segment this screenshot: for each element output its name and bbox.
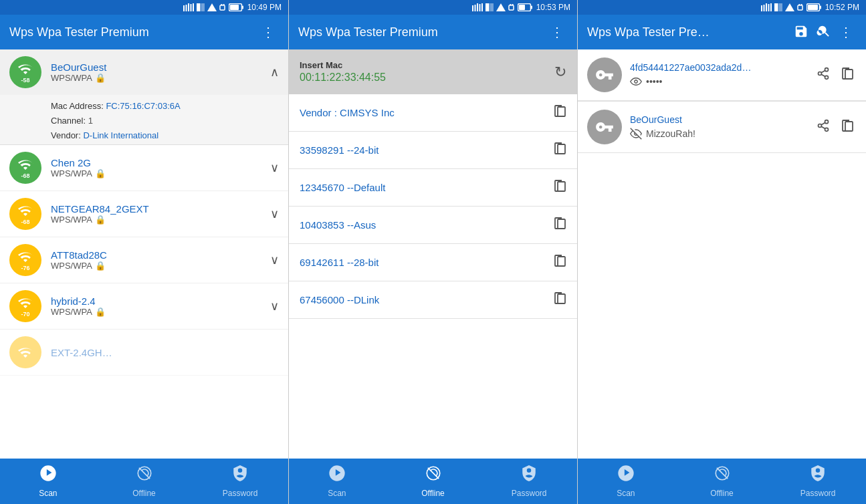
app-title-2: Wps Wpa Tester Premium [298,25,546,39]
svg-rect-15 [474,5,475,11]
lock-icon-beourguest: 🔒 [95,73,106,83]
wifi-info-chen2g: Chen 2G WPS/WPA 🔒 [51,157,270,178]
signal-val-att: -76 [21,265,29,271]
pin-text-1: 12345670 --Default [300,182,553,193]
wifi-mac: Mac Address: FC:75:16:C7:03:6A [51,99,279,114]
wifi-item-hybrid[interactable]: -70 hybrid-2.4 WPS/WPA 🔒 ∨ [0,283,288,330]
nav-scan-label-2: Scan [328,489,346,498]
offline-icon-1 [136,465,153,486]
svg-rect-2 [188,3,189,11]
copy-vendor-button[interactable] [553,104,566,122]
nav-password-label-3: Password [800,489,836,498]
pwd-name-1: BeOurGuest [630,114,806,125]
share-pwd-1-button[interactable] [814,116,833,139]
app-bar-2: Wps Wpa Tester Premium ⋮ [289,15,577,49]
nav-scan-2[interactable]: Scan [289,459,385,504]
nav-scan-3[interactable]: Scan [578,459,674,504]
svg-rect-36 [766,3,767,11]
search-button-3[interactable] [813,20,835,45]
copy-pwd-0-button[interactable] [838,64,857,87]
wifi-item-netgear[interactable]: -68 NETGEAR84_2GEXT WPS/WPA 🔒 ∨ [0,191,288,237]
nav-offline-label-3: Offline [710,489,733,498]
menu-button-2[interactable]: ⋮ [546,21,568,43]
app-title-3: Wps Wpa Tester Pre… [587,25,790,39]
svg-rect-26 [558,107,565,116]
pwd-avatar-1 [587,110,622,144]
svg-rect-17 [479,4,480,11]
lock-icon-chen2g: 🔒 [95,168,106,178]
pin-item-1[interactable]: 12345670 --Default [289,169,577,207]
pin-item-3[interactable]: 69142611 --28-bit [289,244,577,281]
copy-pwd-1-button[interactable] [838,116,857,139]
wifi-info-partial: EXT-2.4GH… [51,347,279,358]
wifi-item-chen2g[interactable]: -68 Chen 2G WPS/WPA 🔒 ∨ [0,145,288,191]
share-pwd-0-button[interactable] [814,64,833,87]
copy-pin-3-button[interactable] [553,253,566,271]
lock-icon-hybrid: 🔒 [95,307,106,317]
svg-rect-59 [845,122,853,131]
wifi-info-att: ATT8tad28C WPS/WPA 🔒 [51,249,270,271]
svg-rect-3 [190,4,191,11]
nav-password-2[interactable]: Password [481,459,577,504]
svg-rect-39 [774,3,778,11]
wifi-avatar-beourguest: -58 [9,56,41,88]
svg-rect-4 [193,3,194,11]
mac-value[interactable]: 00:11:22:33:44:55 [300,72,386,83]
signal-val-chen2g: -68 [21,172,29,179]
svg-rect-8 [220,5,225,10]
eye-crossed-icon-1 [630,128,642,140]
nav-scan-1[interactable]: Scan [0,459,96,504]
copy-pin-2-button[interactable] [553,216,566,234]
svg-marker-21 [496,3,506,11]
nav-password-1[interactable]: Password [192,459,288,504]
wifi-avatar-chen2g: -68 [9,152,41,184]
svg-rect-20 [490,3,494,11]
svg-rect-30 [558,257,565,266]
svg-rect-44 [820,6,821,9]
wifi-info-beourguest: BeOurGuest WPS/WPA 🔒 [51,61,270,83]
bottom-nav-1: Scan Offline Password [0,459,288,504]
menu-button-3[interactable]: ⋮ [835,21,857,43]
save-button-3[interactable] [790,20,813,45]
password-icon-3 [809,465,827,486]
nav-offline-3[interactable]: Offline [674,459,770,504]
wifi-details-beourguest: Mac Address: FC:75:16:C7:03:6A Channel: … [0,95,288,144]
pwd-info-1: BeOurGuest MizzouRah! [630,114,806,140]
pin-item-0[interactable]: 33598291 --24-bit [289,132,577,169]
nav-offline-2[interactable]: Offline [385,459,481,504]
nav-password-3[interactable]: Password [770,459,866,504]
svg-rect-27 [558,144,565,154]
pin-text-0: 33598291 --24-bit [300,144,553,156]
time-2: 10:53 PM [536,3,570,12]
status-icons-1 [183,3,243,11]
wifi-avatar-att: -76 [9,244,41,276]
vendor-item[interactable]: Vendor : CIMSYS Inc [289,94,577,132]
svg-point-49 [825,76,829,79]
copy-pin-1-button[interactable] [553,178,566,197]
svg-point-46 [635,80,638,84]
wifi-item-att[interactable]: -76 ATT8tad28C WPS/WPA 🔒 ∨ [0,237,288,283]
vendor-text: Vendor : CIMSYS Inc [300,107,553,118]
menu-button-1[interactable]: ⋮ [257,21,279,43]
pwd-value-1: MizzouRah! [646,128,695,139]
wifi-item-beourguest[interactable]: -58 BeOurGuest WPS/WPA 🔒 ∧ Mac Address: … [0,49,288,145]
pwd-actions-0 [814,64,857,87]
lock-icon-netgear: 🔒 [95,215,106,225]
copy-pin-4-button[interactable] [553,291,566,309]
wifi-item-partial[interactable]: EXT-2.4GH… [0,330,288,376]
copy-pin-0-button[interactable] [553,141,566,159]
svg-rect-40 [778,3,782,11]
nav-offline-1[interactable]: Offline [96,459,193,504]
pin-item-4[interactable]: 67456000 --DLink [289,281,577,319]
svg-rect-31 [558,294,565,303]
mac-input-area: Insert Mac 00:11:22:33:44:55 ↻ [289,49,577,94]
svg-rect-29 [558,219,565,229]
nav-password-label-1: Password [223,489,258,498]
pwd-name-0: 4fd54441227ae0032ada2d… [630,62,806,73]
svg-point-47 [825,68,829,71]
svg-rect-18 [481,3,483,11]
lock-icon-att: 🔒 [95,261,106,271]
wifi-avatar-hybrid: -70 [9,290,41,322]
pin-item-2[interactable]: 10403853 --Asus [289,207,577,244]
refresh-button[interactable]: ↻ [554,64,566,81]
